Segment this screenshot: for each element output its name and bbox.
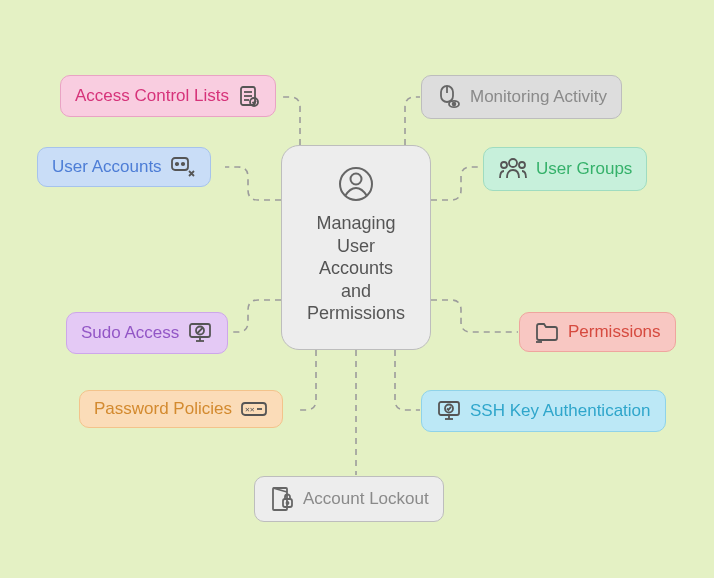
checklist-icon: [237, 84, 261, 108]
no-monitor-icon: [187, 321, 213, 345]
account-remove-icon: [170, 156, 196, 178]
door-lock-icon: [269, 485, 295, 513]
user-circle-icon: [336, 164, 376, 204]
svg-point-10: [453, 103, 456, 106]
svg-point-15: [501, 162, 507, 168]
users-group-icon: [498, 156, 528, 182]
center-title-line: and: [307, 280, 405, 303]
mouse-eye-icon: [436, 84, 462, 110]
node-sudo-access: Sudo Access: [66, 312, 228, 354]
node-label: User Groups: [536, 159, 632, 179]
node-label: Monitoring Activity: [470, 87, 607, 107]
svg-text:✕✕: ✕✕: [245, 405, 255, 414]
node-label: Password Policies: [94, 399, 232, 419]
node-access-control-lists: Access Control Lists: [60, 75, 276, 117]
svg-rect-11: [172, 158, 188, 170]
password-field-icon: ✕✕: [240, 399, 268, 419]
node-password-policies: Password Policies ✕✕: [79, 390, 283, 428]
node-label: Access Control Lists: [75, 86, 229, 106]
node-permissions: Permissions: [519, 312, 676, 352]
node-ssh-key-auth: SSH Key Authentication: [421, 390, 666, 432]
svg-line-21: [197, 328, 203, 334]
node-user-groups: User Groups: [483, 147, 647, 191]
svg-point-1: [351, 174, 362, 185]
center-title-line: Accounts: [307, 257, 405, 280]
center-title-line: Permissions: [307, 302, 405, 325]
node-label: Account Lockout: [303, 489, 429, 509]
node-label: SSH Key Authentication: [470, 401, 651, 421]
secure-monitor-icon: [436, 399, 462, 423]
svg-point-14: [509, 159, 517, 167]
center-title-line: User: [307, 235, 405, 258]
svg-point-12: [175, 163, 177, 165]
node-label: Permissions: [568, 322, 661, 342]
center-node: Managing User Accounts and Permissions: [281, 145, 431, 350]
node-monitoring-activity: Monitoring Activity: [421, 75, 622, 119]
folder-icon: [534, 321, 560, 343]
node-user-accounts: User Accounts: [37, 147, 211, 187]
center-title: Managing User Accounts and Permissions: [307, 212, 405, 325]
center-title-line: Managing: [307, 212, 405, 235]
node-label: User Accounts: [52, 157, 162, 177]
svg-point-33: [287, 502, 289, 504]
svg-point-13: [181, 163, 183, 165]
node-label: Sudo Access: [81, 323, 179, 343]
svg-point-16: [519, 162, 525, 168]
node-account-lockout: Account Lockout: [254, 476, 444, 522]
diagram-canvas: Managing User Accounts and Permissions A…: [0, 0, 714, 578]
